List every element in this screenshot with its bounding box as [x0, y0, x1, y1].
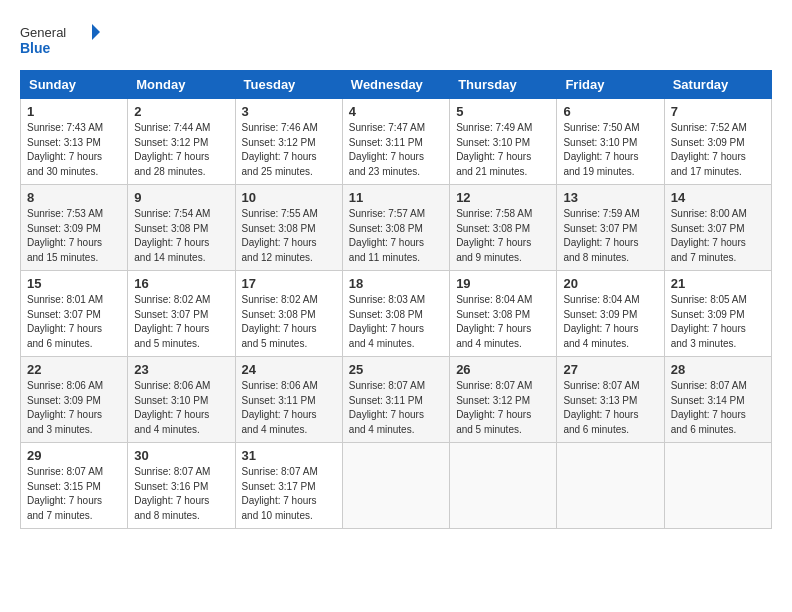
logo-icon: General Blue — [20, 20, 100, 60]
calendar-table: SundayMondayTuesdayWednesdayThursdayFrid… — [20, 70, 772, 529]
day-number: 30 — [134, 448, 228, 463]
calendar-cell: 17Sunrise: 8:02 AM Sunset: 3:08 PM Dayli… — [235, 271, 342, 357]
day-number: 22 — [27, 362, 121, 377]
calendar-cell: 14Sunrise: 8:00 AM Sunset: 3:07 PM Dayli… — [664, 185, 771, 271]
day-info: Sunrise: 8:05 AM Sunset: 3:09 PM Dayligh… — [671, 293, 765, 351]
calendar-cell: 11Sunrise: 7:57 AM Sunset: 3:08 PM Dayli… — [342, 185, 449, 271]
calendar-cell: 6Sunrise: 7:50 AM Sunset: 3:10 PM Daylig… — [557, 99, 664, 185]
day-header-tuesday: Tuesday — [235, 71, 342, 99]
week-row-1: 1Sunrise: 7:43 AM Sunset: 3:13 PM Daylig… — [21, 99, 772, 185]
svg-marker-2 — [92, 24, 100, 40]
day-info: Sunrise: 8:04 AM Sunset: 3:09 PM Dayligh… — [563, 293, 657, 351]
calendar-cell: 10Sunrise: 7:55 AM Sunset: 3:08 PM Dayli… — [235, 185, 342, 271]
calendar-cell: 15Sunrise: 8:01 AM Sunset: 3:07 PM Dayli… — [21, 271, 128, 357]
day-number: 25 — [349, 362, 443, 377]
day-number: 2 — [134, 104, 228, 119]
day-info: Sunrise: 8:07 AM Sunset: 3:14 PM Dayligh… — [671, 379, 765, 437]
day-header-wednesday: Wednesday — [342, 71, 449, 99]
calendar-cell: 16Sunrise: 8:02 AM Sunset: 3:07 PM Dayli… — [128, 271, 235, 357]
calendar-cell: 2Sunrise: 7:44 AM Sunset: 3:12 PM Daylig… — [128, 99, 235, 185]
day-number: 8 — [27, 190, 121, 205]
day-number: 15 — [27, 276, 121, 291]
day-info: Sunrise: 8:06 AM Sunset: 3:09 PM Dayligh… — [27, 379, 121, 437]
calendar-cell: 21Sunrise: 8:05 AM Sunset: 3:09 PM Dayli… — [664, 271, 771, 357]
calendar-cell: 4Sunrise: 7:47 AM Sunset: 3:11 PM Daylig… — [342, 99, 449, 185]
day-header-friday: Friday — [557, 71, 664, 99]
calendar-cell: 22Sunrise: 8:06 AM Sunset: 3:09 PM Dayli… — [21, 357, 128, 443]
day-info: Sunrise: 7:54 AM Sunset: 3:08 PM Dayligh… — [134, 207, 228, 265]
calendar-cell — [342, 443, 449, 529]
day-number: 28 — [671, 362, 765, 377]
logo: General Blue — [20, 20, 100, 60]
week-row-4: 22Sunrise: 8:06 AM Sunset: 3:09 PM Dayli… — [21, 357, 772, 443]
day-number: 1 — [27, 104, 121, 119]
calendar-cell: 12Sunrise: 7:58 AM Sunset: 3:08 PM Dayli… — [450, 185, 557, 271]
day-number: 3 — [242, 104, 336, 119]
day-info: Sunrise: 8:07 AM Sunset: 3:17 PM Dayligh… — [242, 465, 336, 523]
day-info: Sunrise: 8:02 AM Sunset: 3:08 PM Dayligh… — [242, 293, 336, 351]
calendar-cell: 3Sunrise: 7:46 AM Sunset: 3:12 PM Daylig… — [235, 99, 342, 185]
calendar-cell: 23Sunrise: 8:06 AM Sunset: 3:10 PM Dayli… — [128, 357, 235, 443]
day-number: 5 — [456, 104, 550, 119]
day-number: 19 — [456, 276, 550, 291]
calendar-cell: 25Sunrise: 8:07 AM Sunset: 3:11 PM Dayli… — [342, 357, 449, 443]
calendar-cell: 30Sunrise: 8:07 AM Sunset: 3:16 PM Dayli… — [128, 443, 235, 529]
day-info: Sunrise: 8:07 AM Sunset: 3:15 PM Dayligh… — [27, 465, 121, 523]
day-header-monday: Monday — [128, 71, 235, 99]
calendar-cell: 5Sunrise: 7:49 AM Sunset: 3:10 PM Daylig… — [450, 99, 557, 185]
calendar-cell: 24Sunrise: 8:06 AM Sunset: 3:11 PM Dayli… — [235, 357, 342, 443]
day-info: Sunrise: 7:44 AM Sunset: 3:12 PM Dayligh… — [134, 121, 228, 179]
day-info: Sunrise: 8:07 AM Sunset: 3:16 PM Dayligh… — [134, 465, 228, 523]
day-number: 12 — [456, 190, 550, 205]
svg-text:Blue: Blue — [20, 40, 51, 56]
day-info: Sunrise: 8:00 AM Sunset: 3:07 PM Dayligh… — [671, 207, 765, 265]
calendar-cell: 1Sunrise: 7:43 AM Sunset: 3:13 PM Daylig… — [21, 99, 128, 185]
calendar-cell: 19Sunrise: 8:04 AM Sunset: 3:08 PM Dayli… — [450, 271, 557, 357]
day-info: Sunrise: 7:57 AM Sunset: 3:08 PM Dayligh… — [349, 207, 443, 265]
day-info: Sunrise: 8:02 AM Sunset: 3:07 PM Dayligh… — [134, 293, 228, 351]
calendar-cell: 29Sunrise: 8:07 AM Sunset: 3:15 PM Dayli… — [21, 443, 128, 529]
day-number: 4 — [349, 104, 443, 119]
day-number: 16 — [134, 276, 228, 291]
svg-text:General: General — [20, 25, 66, 40]
calendar-cell — [557, 443, 664, 529]
day-info: Sunrise: 7:55 AM Sunset: 3:08 PM Dayligh… — [242, 207, 336, 265]
day-number: 29 — [27, 448, 121, 463]
day-info: Sunrise: 7:58 AM Sunset: 3:08 PM Dayligh… — [456, 207, 550, 265]
calendar-cell — [450, 443, 557, 529]
day-number: 18 — [349, 276, 443, 291]
day-number: 11 — [349, 190, 443, 205]
day-info: Sunrise: 7:49 AM Sunset: 3:10 PM Dayligh… — [456, 121, 550, 179]
day-number: 14 — [671, 190, 765, 205]
calendar-cell: 8Sunrise: 7:53 AM Sunset: 3:09 PM Daylig… — [21, 185, 128, 271]
day-number: 26 — [456, 362, 550, 377]
week-row-2: 8Sunrise: 7:53 AM Sunset: 3:09 PM Daylig… — [21, 185, 772, 271]
calendar-cell: 20Sunrise: 8:04 AM Sunset: 3:09 PM Dayli… — [557, 271, 664, 357]
day-info: Sunrise: 8:04 AM Sunset: 3:08 PM Dayligh… — [456, 293, 550, 351]
week-row-3: 15Sunrise: 8:01 AM Sunset: 3:07 PM Dayli… — [21, 271, 772, 357]
day-number: 17 — [242, 276, 336, 291]
header: General Blue — [20, 20, 772, 60]
day-info: Sunrise: 7:59 AM Sunset: 3:07 PM Dayligh… — [563, 207, 657, 265]
day-number: 31 — [242, 448, 336, 463]
day-info: Sunrise: 8:06 AM Sunset: 3:10 PM Dayligh… — [134, 379, 228, 437]
calendar-cell: 26Sunrise: 8:07 AM Sunset: 3:12 PM Dayli… — [450, 357, 557, 443]
calendar-cell: 9Sunrise: 7:54 AM Sunset: 3:08 PM Daylig… — [128, 185, 235, 271]
day-info: Sunrise: 7:52 AM Sunset: 3:09 PM Dayligh… — [671, 121, 765, 179]
day-number: 7 — [671, 104, 765, 119]
day-info: Sunrise: 7:46 AM Sunset: 3:12 PM Dayligh… — [242, 121, 336, 179]
calendar-cell: 7Sunrise: 7:52 AM Sunset: 3:09 PM Daylig… — [664, 99, 771, 185]
day-number: 20 — [563, 276, 657, 291]
day-header-saturday: Saturday — [664, 71, 771, 99]
day-info: Sunrise: 7:50 AM Sunset: 3:10 PM Dayligh… — [563, 121, 657, 179]
day-info: Sunrise: 7:43 AM Sunset: 3:13 PM Dayligh… — [27, 121, 121, 179]
day-info: Sunrise: 8:03 AM Sunset: 3:08 PM Dayligh… — [349, 293, 443, 351]
day-number: 21 — [671, 276, 765, 291]
day-info: Sunrise: 8:07 AM Sunset: 3:13 PM Dayligh… — [563, 379, 657, 437]
calendar-cell: 18Sunrise: 8:03 AM Sunset: 3:08 PM Dayli… — [342, 271, 449, 357]
calendar-cell: 13Sunrise: 7:59 AM Sunset: 3:07 PM Dayli… — [557, 185, 664, 271]
day-info: Sunrise: 8:01 AM Sunset: 3:07 PM Dayligh… — [27, 293, 121, 351]
day-info: Sunrise: 8:07 AM Sunset: 3:12 PM Dayligh… — [456, 379, 550, 437]
day-header-sunday: Sunday — [21, 71, 128, 99]
day-info: Sunrise: 8:06 AM Sunset: 3:11 PM Dayligh… — [242, 379, 336, 437]
